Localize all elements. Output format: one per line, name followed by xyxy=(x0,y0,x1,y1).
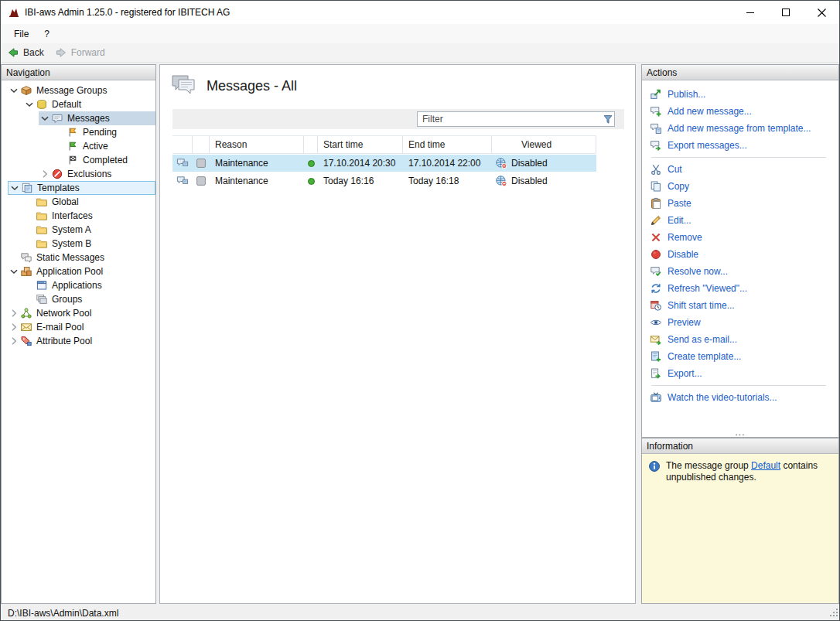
chevron-collapsed-icon[interactable] xyxy=(39,168,51,180)
chevron-expanded-icon[interactable] xyxy=(9,182,21,194)
message-row[interactable]: Maintenance17.10.2014 20:3017.10.2014 22… xyxy=(172,155,596,172)
tree-item-attribute-pool[interactable]: Attribute Pool xyxy=(8,334,155,348)
end-time-value: Today 16:18 xyxy=(408,176,459,186)
action-watch-the-video-tutorials[interactable]: Watch the video-tutorials... xyxy=(650,389,835,406)
default-group-link[interactable]: Default xyxy=(751,460,780,471)
tree-item-applications[interactable]: Applications xyxy=(23,278,155,292)
chevron-expanded-icon[interactable] xyxy=(39,112,51,125)
tree-item-interfaces[interactable]: Interfaces xyxy=(23,209,155,223)
chevron-expanded-icon[interactable] xyxy=(8,265,20,278)
action-label: Send as e-mail... xyxy=(668,334,737,345)
action-copy[interactable]: Copy xyxy=(650,178,835,195)
menu-help[interactable]: ? xyxy=(39,26,55,42)
action-add-new-message[interactable]: Add new message... xyxy=(650,103,835,120)
tree-item-global[interactable]: Global xyxy=(23,195,155,209)
tree-item-messages[interactable]: Messages xyxy=(39,111,155,125)
action-label: Add new message... xyxy=(668,106,752,117)
message-groups-icon xyxy=(20,84,32,97)
action-label: Disable xyxy=(668,249,698,260)
tree-item-pending[interactable]: Pending xyxy=(54,125,155,139)
action-cut[interactable]: Cut xyxy=(650,161,835,178)
action-send-as-e-mail[interactable]: Send as e-mail... xyxy=(650,331,835,348)
tree-item-e-mail-pool[interactable]: E-mail Pool xyxy=(8,320,155,334)
forward-label: Forward xyxy=(71,47,105,58)
action-shift-start-time[interactable]: Shift start time... xyxy=(650,297,835,314)
actions-separator xyxy=(651,385,826,386)
chevron-expanded-icon[interactable] xyxy=(23,98,36,111)
action-export-messages[interactable]: Export messages... xyxy=(650,137,835,154)
chevron-collapsed-icon[interactable] xyxy=(8,307,20,319)
table-cell xyxy=(172,172,193,189)
groups-icon xyxy=(36,293,48,305)
static-messages-icon xyxy=(20,251,32,264)
tree-item-completed[interactable]: Completed xyxy=(54,153,155,167)
copy-icon xyxy=(650,180,662,193)
column-header-icon[interactable] xyxy=(304,136,318,153)
action-publish[interactable]: Publish... xyxy=(650,86,835,103)
filter-input[interactable] xyxy=(418,114,602,125)
shift-start-time-icon xyxy=(650,299,662,312)
applications-icon xyxy=(36,279,48,292)
column-header-label: Viewed xyxy=(521,139,551,150)
action-add-new-message-from-template[interactable]: Add new message from template... xyxy=(650,120,835,137)
tree-item-default[interactable]: Default xyxy=(23,97,155,111)
table-body: Maintenance17.10.2014 20:3017.10.2014 22… xyxy=(172,155,596,189)
tree-item-network-pool[interactable]: Network Pool xyxy=(8,306,155,320)
network-pool-icon xyxy=(20,307,32,319)
chevron-expanded-icon[interactable] xyxy=(8,84,20,97)
tree-item-groups[interactable]: Groups xyxy=(23,292,155,306)
action-label: Preview xyxy=(668,317,701,328)
tree-item-label: Exclusions xyxy=(67,168,114,180)
chevron-collapsed-icon[interactable] xyxy=(8,321,20,333)
column-header-reason[interactable]: Reason xyxy=(210,136,304,153)
column-header-viewed[interactable]: Viewed xyxy=(492,136,596,153)
filter-box xyxy=(417,111,615,127)
maximize-button[interactable] xyxy=(768,1,804,24)
tree-item-system-b[interactable]: System B xyxy=(23,237,155,251)
close-icon xyxy=(818,9,826,17)
content-title-bar: Messages - All xyxy=(160,65,635,106)
tree-item-exclusions[interactable]: Exclusions xyxy=(39,167,155,181)
column-header-end-time[interactable]: End time xyxy=(403,136,492,153)
page-title: Messages - All xyxy=(207,78,297,94)
column-header-start-time[interactable]: Start time xyxy=(318,136,403,153)
tree-item-active[interactable]: Active xyxy=(54,139,155,153)
menu-file[interactable]: File xyxy=(9,26,34,42)
column-header-icon[interactable] xyxy=(193,136,210,153)
tree-item-message-groups[interactable]: Message Groups xyxy=(8,84,155,97)
reason-value: Maintenance xyxy=(215,158,268,169)
tree-item-templates[interactable]: Templates xyxy=(8,181,155,195)
action-paste[interactable]: Paste xyxy=(650,195,835,212)
tree-item-label: Pending xyxy=(82,126,120,138)
action-export[interactable]: Export... xyxy=(650,365,835,382)
actions-overflow-indicator[interactable]: ... xyxy=(642,428,838,437)
tree-item-static-messages[interactable]: Static Messages xyxy=(8,251,155,264)
action-create-template[interactable]: Create template... xyxy=(650,348,835,365)
forward-button[interactable]: Forward xyxy=(55,46,105,59)
tree-item-application-pool[interactable]: Application Pool xyxy=(8,264,155,278)
action-label: Resolve now... xyxy=(668,266,728,277)
minimize-button[interactable] xyxy=(732,1,768,24)
close-button[interactable] xyxy=(804,1,839,24)
tree-item-label: Groups xyxy=(51,293,85,305)
action-edit[interactable]: Edit... xyxy=(650,212,835,229)
resize-grip[interactable] xyxy=(828,607,838,619)
application-pool-icon xyxy=(20,265,32,278)
message-row-icon xyxy=(176,157,189,169)
action-resolve-now[interactable]: Resolve now... xyxy=(650,263,835,280)
app-icon[interactable] xyxy=(8,6,20,19)
action-preview[interactable]: Preview xyxy=(650,314,835,331)
action-refresh-viewed[interactable]: Refresh "Viewed"... xyxy=(650,280,835,297)
forward-arrow-icon xyxy=(55,46,67,59)
filter-funnel-icon[interactable] xyxy=(602,113,614,125)
viewed-globe-icon xyxy=(495,175,507,187)
minimize-icon xyxy=(746,12,754,13)
message-row[interactable]: MaintenanceToday 16:16Today 16:18Disable… xyxy=(172,172,596,189)
action-disable[interactable]: Disable xyxy=(650,246,835,263)
back-button[interactable]: Back xyxy=(7,46,44,59)
column-header-icon[interactable] xyxy=(172,136,193,153)
action-remove[interactable]: Remove xyxy=(650,229,835,246)
tree-item-system-a[interactable]: System A xyxy=(23,223,155,237)
chevron-collapsed-icon[interactable] xyxy=(8,335,20,347)
tree-item-label: Applications xyxy=(51,279,105,292)
